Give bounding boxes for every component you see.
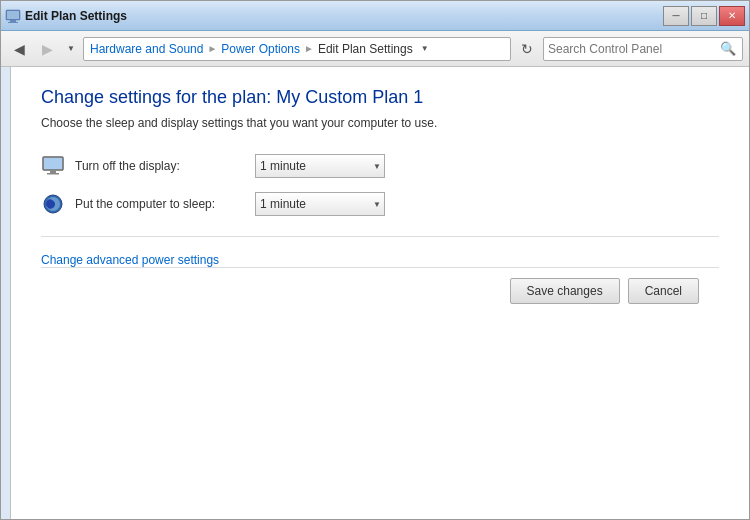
window: Edit Plan Settings ─ □ ✕ ◀ ▶ ▼ Hardware …	[0, 0, 750, 520]
close-button[interactable]: ✕	[719, 6, 745, 26]
title-bar: Edit Plan Settings ─ □ ✕	[1, 1, 749, 31]
page-subtitle: Choose the sleep and display settings th…	[41, 116, 719, 130]
window-title: Edit Plan Settings	[25, 9, 663, 23]
sleep-select-wrapper: 1 minute 2 minutes 5 minutes 10 minutes …	[255, 192, 385, 216]
svg-rect-2	[10, 20, 16, 22]
nav-bar: ◀ ▶ ▼ Hardware and Sound ► Power Options…	[1, 31, 749, 67]
svg-rect-6	[50, 170, 56, 173]
window-controls: ─ □ ✕	[663, 6, 745, 26]
nav-history-dropdown[interactable]: ▼	[63, 37, 79, 61]
search-input[interactable]	[548, 42, 718, 56]
divider	[41, 236, 719, 237]
sidebar	[1, 67, 11, 519]
cancel-button[interactable]: Cancel	[628, 278, 699, 304]
sleep-setting-label: Put the computer to sleep:	[75, 197, 255, 211]
window-icon	[5, 8, 21, 24]
breadcrumb: Hardware and Sound ► Power Options ► Edi…	[83, 37, 511, 61]
page-title: Change settings for the plan: My Custom …	[41, 87, 719, 108]
breadcrumb-hardware-and-sound[interactable]: Hardware and Sound	[90, 42, 203, 56]
back-button[interactable]: ◀	[7, 37, 31, 61]
display-setting-label: Turn off the display:	[75, 159, 255, 173]
display-icon	[41, 154, 65, 178]
display-setting-row: Turn off the display: 1 minute 2 minutes…	[41, 154, 719, 178]
svg-rect-1	[7, 11, 19, 19]
breadcrumb-edit-plan-settings: Edit Plan Settings	[318, 42, 413, 56]
sleep-select[interactable]: 1 minute 2 minutes 5 minutes 10 minutes …	[255, 192, 385, 216]
advanced-power-settings-link[interactable]: Change advanced power settings	[41, 253, 219, 267]
content-area: Change settings for the plan: My Custom …	[11, 67, 749, 519]
sleep-icon	[41, 192, 65, 216]
breadcrumb-dropdown-button[interactable]: ▼	[415, 38, 435, 60]
minimize-button[interactable]: ─	[663, 6, 689, 26]
svg-rect-5	[44, 158, 62, 169]
display-select[interactable]: 1 minute 2 minutes 5 minutes 10 minutes …	[255, 154, 385, 178]
maximize-button[interactable]: □	[691, 6, 717, 26]
breadcrumb-sep-2: ►	[304, 43, 314, 54]
breadcrumb-power-options[interactable]: Power Options	[221, 42, 300, 56]
svg-rect-7	[47, 173, 59, 175]
search-button[interactable]: 🔍	[718, 39, 738, 59]
save-changes-button[interactable]: Save changes	[510, 278, 620, 304]
display-select-wrapper: 1 minute 2 minutes 5 minutes 10 minutes …	[255, 154, 385, 178]
search-box: 🔍	[543, 37, 743, 61]
sleep-setting-row: Put the computer to sleep: 1 minute 2 mi…	[41, 192, 719, 216]
forward-button[interactable]: ▶	[35, 37, 59, 61]
refresh-button[interactable]: ↻	[515, 37, 539, 61]
breadcrumb-sep-1: ►	[207, 43, 217, 54]
action-bar: Save changes Cancel	[41, 267, 719, 314]
svg-rect-3	[8, 22, 18, 23]
settings-section: Turn off the display: 1 minute 2 minutes…	[41, 154, 719, 216]
main-layout: Change settings for the plan: My Custom …	[1, 67, 749, 519]
